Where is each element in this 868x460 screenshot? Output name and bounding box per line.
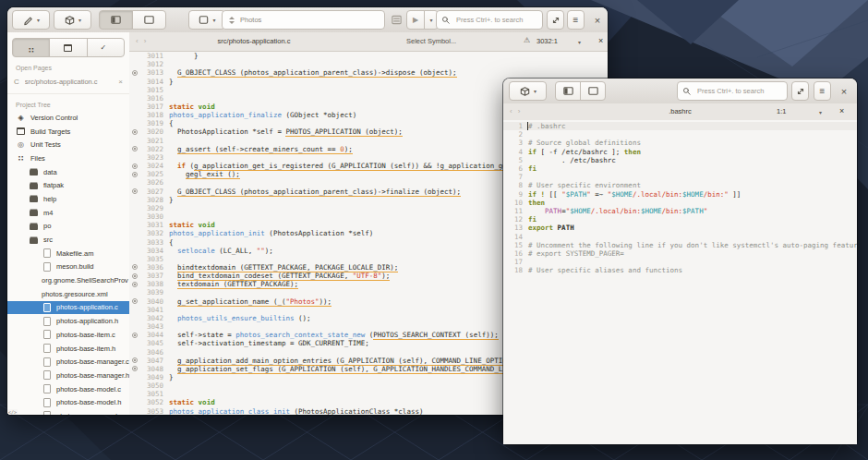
- build-log-button[interactable]: [389, 10, 404, 30]
- tree-item-src[interactable]: src: [7, 233, 129, 247]
- tree-item-Files[interactable]: Files: [7, 151, 129, 165]
- run-button[interactable]: ▶: [406, 10, 425, 30]
- line-number: 5: [508, 156, 523, 164]
- main-headerbar: ▾ ▾: [7, 7, 608, 33]
- toggle-bottom-panel-button[interactable]: [580, 81, 606, 101]
- omnibar-project-name: Photos: [240, 16, 261, 24]
- close-window-button[interactable]: ×: [589, 10, 606, 30]
- nav-arrows[interactable]: ‹›: [136, 37, 151, 45]
- chevron-down-icon[interactable]: ▾: [578, 39, 581, 45]
- tree-item-label: po: [43, 222, 51, 230]
- pen-mode-button[interactable]: ▾: [12, 10, 50, 30]
- tab-pages[interactable]: [12, 38, 50, 57]
- line-number: 11: [508, 207, 523, 215]
- line-number: 3015: [139, 86, 163, 94]
- c-language-icon: C: [14, 78, 19, 86]
- global-search[interactable]: [436, 10, 543, 30]
- tree-item-Unit Tests[interactable]: Unit Tests: [7, 138, 129, 151]
- code-line: 3011 }: [129, 52, 608, 60]
- tree-item-Version Control[interactable]: Version Control: [7, 111, 129, 125]
- line-number: 3022: [139, 145, 163, 153]
- folder-icon: [29, 182, 39, 189]
- toggle-left-panel-button[interactable]: [555, 81, 581, 101]
- tree-item-photos-base-item.h[interactable]: photos-base-item.h: [7, 342, 129, 356]
- tree-item-po[interactable]: po: [7, 220, 129, 234]
- tree-item-help[interactable]: help: [7, 192, 129, 206]
- package-icon: [519, 85, 531, 97]
- tree-item-org.gnome.ShellSearchProv[interactable]: org.gnome.ShellSearchProv: [7, 273, 129, 287]
- tree-item-data[interactable]: data: [7, 165, 129, 179]
- tree-item-photos-base-manager.h[interactable]: photos-base-manager.h: [7, 369, 129, 382]
- tree-item-photos-base-model.h[interactable]: photos-base-model.h: [7, 395, 129, 409]
- tree-item-photos-base-item.c[interactable]: photos-base-item.c: [7, 328, 129, 342]
- bashrc-editor[interactable]: 1# .bashrc23# Source global definitions4…: [503, 120, 857, 444]
- tree-item-m4[interactable]: m4: [7, 206, 129, 220]
- code-line: 16# export SYSTEMD_PAGER=: [503, 249, 857, 258]
- build-log-icon: [391, 14, 403, 26]
- menu-button[interactable]: ≡: [567, 10, 585, 30]
- omnibar[interactable]: Photos: [222, 10, 385, 30]
- chevron-down-icon: ▾: [37, 18, 40, 23]
- tree-item-photos-application.c[interactable]: photos-application.c: [7, 301, 129, 315]
- fullscreen-button[interactable]: [547, 10, 564, 30]
- build-box-icon: [64, 44, 72, 52]
- build-profile-button[interactable]: ▾: [509, 81, 547, 101]
- panel-toggle-group: [99, 10, 166, 30]
- code-line: 2: [503, 130, 857, 139]
- tree-item-label: Makefile.am: [56, 249, 93, 258]
- folder-icon: [29, 209, 39, 216]
- line-number: 6: [508, 164, 523, 173]
- tree-item-flatpak[interactable]: flatpak: [7, 178, 129, 192]
- tree-item-label: photos-base-manager.h: [56, 371, 129, 380]
- global-search[interactable]: [677, 81, 788, 101]
- file-icon: [42, 370, 52, 380]
- tree-item-photos-application.h[interactable]: photos-application.h: [7, 314, 129, 328]
- line-number: 3040: [139, 297, 163, 306]
- tree-item-label: photos-application.c: [56, 303, 118, 311]
- chevron-down-icon[interactable]: ▾: [819, 109, 822, 115]
- line-number: 3023: [139, 153, 163, 162]
- tree-item-label: photos-base-model.c: [56, 385, 121, 393]
- omnibar-updown-icon: [229, 17, 235, 24]
- build-profile-button[interactable]: ▾: [54, 10, 91, 30]
- tree-item-label: Unit Tests: [30, 140, 61, 149]
- line-number: 3043: [139, 322, 163, 331]
- tree-item-photos.gresource.xml[interactable]: photos.gresource.xml: [7, 287, 129, 301]
- back-icon: ‹: [136, 37, 144, 45]
- tree-item-photos-base-manager.c[interactable]: photos-base-manager.c: [7, 355, 129, 369]
- open-page-row[interactable]: C src/photos-application.c ×: [7, 74, 129, 90]
- toggle-bottom-panel-button[interactable]: [132, 10, 166, 30]
- tree-item-photos-camera-cache.c[interactable]: photos-camera-cache.c: [7, 409, 129, 415]
- search-input[interactable]: [454, 15, 537, 25]
- search-input[interactable]: [695, 86, 782, 96]
- device-selector-button[interactable]: ▾: [188, 10, 225, 30]
- tab-build[interactable]: [49, 38, 87, 57]
- tree-item-Makefile.am[interactable]: Makefile.am: [7, 247, 129, 260]
- sidebar-panel-tabs: [12, 38, 125, 57]
- menu-button[interactable]: ≡: [814, 81, 831, 101]
- close-document-icon[interactable]: ×: [839, 106, 844, 115]
- file-icon: [42, 357, 52, 367]
- tree-item-label: photos.gresource.xml: [42, 290, 108, 298]
- panel-bottom-icon: [587, 85, 599, 97]
- code-line: 13export PATH: [503, 224, 857, 232]
- tree-item-label: photos-base-model.h: [56, 398, 121, 406]
- line-number: 3046: [139, 348, 163, 357]
- tree-item-meson.build[interactable]: meson.build: [7, 260, 129, 274]
- toggle-left-panel-button[interactable]: [99, 10, 133, 30]
- line-number: 3044: [139, 331, 163, 339]
- line-number: 3048: [139, 365, 163, 373]
- close-icon: ×: [595, 15, 600, 26]
- fullscreen-button[interactable]: [791, 81, 809, 101]
- tree-item-Build Targets[interactable]: Build Targets: [7, 125, 129, 139]
- file-icon: [42, 384, 52, 393]
- select-symbol-button[interactable]: Select Symbol...: [406, 37, 456, 45]
- tree-item-label: Files: [30, 154, 45, 163]
- close-page-icon[interactable]: ×: [118, 78, 123, 86]
- tree-item-photos-base-model.c[interactable]: photos-base-model.c: [7, 382, 129, 396]
- tab-checks[interactable]: [87, 38, 125, 57]
- expand-icon: [550, 15, 561, 26]
- close-window-button[interactable]: ×: [836, 81, 852, 101]
- bashrc-tabbar: ‹› .bashrc 1:1 ▾ ×: [503, 103, 857, 121]
- close-document-icon[interactable]: ×: [598, 36, 603, 45]
